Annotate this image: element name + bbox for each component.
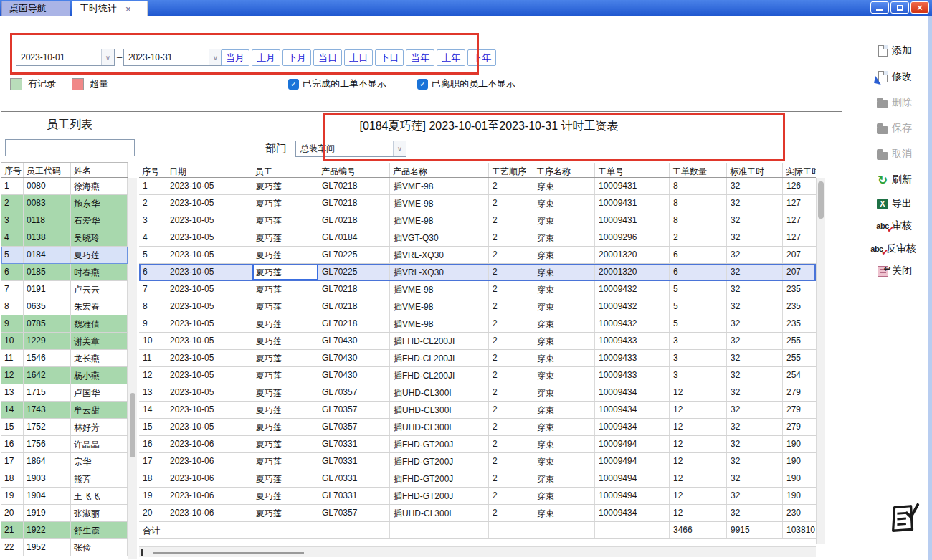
report-cell[interactable]: 10009433 [595, 367, 670, 384]
checkbox-checked-icon[interactable]: ✓ [417, 79, 428, 90]
report-cell[interactable]: 10009494 [595, 488, 670, 504]
employee-row[interactable]: 151752林好芳 [1, 419, 128, 436]
report-cell[interactable]: 夏巧莲 [252, 298, 318, 315]
report-cell[interactable]: 10009494 [595, 453, 670, 470]
report-cell[interactable]: 17 [139, 453, 166, 470]
report-cell[interactable]: 2023-10-05 [166, 298, 252, 315]
report-cell[interactable]: 12 [670, 384, 727, 401]
report-cell[interactable]: 5 [670, 298, 727, 315]
report-cell[interactable]: 夏巧莲 [252, 212, 318, 229]
report-cell[interactable]: 32 [727, 229, 783, 246]
report-row[interactable]: 62023-10-05夏巧莲GL70225插VRL-XQ302穿束2000132… [139, 264, 816, 281]
report-cell[interactable]: 夏巧莲 [252, 419, 318, 435]
report-row[interactable]: 122023-10-05夏巧莲GL70430插FHD-CL200JI2穿束100… [139, 367, 816, 384]
report-row[interactable]: 192023-10-06夏巧莲GL70331插FHD-GT200J2穿束1000… [139, 488, 816, 505]
report-cell[interactable]: 255 [783, 350, 816, 366]
report-cell[interactable]: GL70357 [318, 384, 390, 401]
report-cell[interactable]: 32 [727, 264, 783, 280]
report-cell[interactable]: 255 [783, 333, 816, 349]
report-cell[interactable]: GL70218 [318, 281, 390, 298]
report-cell[interactable]: 夏巧莲 [252, 453, 318, 470]
report-cell[interactable]: 20001320 [595, 247, 670, 263]
chevron-down-icon[interactable]: ∨ [101, 49, 114, 65]
report-row[interactable]: 92023-10-05夏巧莲GL70218插VME-982穿束100094325… [139, 315, 816, 333]
employee-row[interactable]: 131715卢国华 [1, 384, 128, 402]
report-row[interactable]: 152023-10-05夏巧莲GL70357插UHD-CL300I2穿束1000… [139, 419, 816, 436]
report-cell[interactable]: 12 [670, 402, 727, 418]
report-row[interactable]: 72023-10-05夏巧莲GL70218插VME-982穿束100094325… [139, 281, 816, 298]
report-cell[interactable]: 12 [670, 470, 727, 487]
report-cell[interactable]: 夏巧莲 [252, 333, 318, 349]
report-cell[interactable]: 夏巧莲 [252, 229, 318, 246]
employee-row[interactable]: 80635朱宏春 [1, 298, 128, 315]
employee-row[interactable]: 60185时春燕 [1, 264, 128, 281]
employee-list-scrollbar[interactable] [128, 178, 137, 559]
report-cell[interactable]: 3 [670, 367, 727, 384]
report-cell[interactable]: 2023-10-06 [166, 453, 252, 470]
employee-row[interactable]: 101229谢美章 [1, 333, 128, 350]
report-cell[interactable]: 32 [727, 350, 783, 366]
report-cell[interactable]: 穿束 [533, 436, 595, 452]
report-cell[interactable]: 插FHD-CL200JI [390, 350, 489, 366]
report-row[interactable]: 82023-10-05夏巧莲GL70218插VME-982穿束100094325… [139, 298, 816, 315]
scrollbar-thumb[interactable] [818, 181, 824, 219]
report-cell[interactable]: 插VME-98 [390, 195, 489, 212]
report-cell[interactable]: GL70218 [318, 315, 390, 332]
report-cell[interactable]: 127 [783, 229, 816, 246]
report-cell[interactable]: 夏巧莲 [252, 488, 318, 504]
sidebar-button-close-form[interactable]: ↩关闭 [876, 265, 912, 277]
scrollbar-thumb[interactable] [130, 393, 135, 457]
report-cell[interactable]: 插FHD-GT200J [390, 436, 489, 452]
report-cell[interactable]: 穿束 [533, 402, 595, 418]
report-cell[interactable]: 32 [727, 402, 783, 418]
employee-row[interactable]: 211922舒生霞 [1, 522, 128, 539]
report-cell[interactable]: 32 [727, 178, 783, 194]
report-cell[interactable]: GL70225 [318, 264, 390, 280]
report-cell[interactable]: 穿束 [533, 419, 595, 435]
report-cell[interactable]: 2 [139, 195, 166, 212]
report-cell[interactable]: 18 [139, 470, 166, 487]
report-cell[interactable]: 穿束 [533, 195, 595, 212]
report-cell[interactable]: 8 [670, 178, 727, 194]
quick-range-button[interactable]: 当日 [313, 49, 342, 66]
report-cell[interactable]: 2 [489, 229, 533, 246]
report-cell[interactable]: 2023-10-05 [166, 178, 252, 194]
report-cell[interactable]: 230 [783, 505, 816, 521]
report-cell[interactable]: 10009434 [595, 384, 670, 401]
report-cell[interactable]: 2 [489, 195, 533, 212]
report-cell[interactable]: 2023-10-05 [166, 402, 252, 418]
checkbox-checked-icon[interactable]: ✓ [288, 79, 299, 90]
report-cell[interactable]: 2 [489, 505, 533, 521]
report-cell[interactable]: 穿束 [533, 384, 595, 401]
report-cell[interactable]: 127 [783, 195, 816, 212]
report-cell[interactable]: 2023-10-05 [166, 315, 252, 332]
scrollbar-thumb[interactable] [153, 552, 304, 554]
hide-resigned-employees-checkbox[interactable]: ✓ 已离职的员工不显示 [417, 77, 515, 90]
report-cell[interactable]: 穿束 [533, 453, 595, 470]
report-cell[interactable]: 12 [670, 453, 727, 470]
report-cell[interactable]: GL70357 [318, 419, 390, 435]
report-cell[interactable]: 3 [670, 350, 727, 366]
report-row[interactable]: 42023-10-05夏巧莲GL70184插VGT-Q302穿束10009296… [139, 229, 816, 247]
sidebar-button-add-document[interactable]: 添加 [876, 44, 912, 57]
report-cell[interactable]: 235 [783, 315, 816, 332]
report-cell[interactable]: 穿束 [533, 212, 595, 229]
report-cell[interactable]: 10009432 [595, 281, 670, 298]
employee-row[interactable]: 161756许晶晶 [1, 436, 128, 453]
report-cell[interactable]: 7 [139, 281, 166, 298]
employee-row[interactable]: 10080徐海燕 [1, 178, 128, 195]
report-cell[interactable]: 2023-10-05 [166, 264, 252, 280]
report-cell[interactable]: 32 [727, 281, 783, 298]
report-cell[interactable]: 插VME-98 [390, 315, 489, 332]
hide-completed-orders-checkbox[interactable]: ✓ 已完成的工单不显示 [288, 77, 386, 90]
report-cell[interactable]: 夏巧莲 [252, 247, 318, 263]
report-cell[interactable]: 插VRL-XQ30 [390, 264, 489, 280]
report-cell[interactable]: 2 [489, 419, 533, 435]
report-cell[interactable]: 20 [139, 505, 166, 521]
date-to-combobox[interactable]: 2023-10-31 ∨ [123, 49, 222, 66]
report-cell[interactable]: 穿束 [533, 505, 595, 521]
report-cell[interactable]: 32 [727, 453, 783, 470]
report-row[interactable]: 112023-10-05夏巧莲GL70430插FHD-CL200JI2穿束100… [139, 350, 816, 367]
report-cell[interactable]: 10009431 [595, 178, 670, 194]
report-cell[interactable]: 32 [727, 315, 783, 332]
